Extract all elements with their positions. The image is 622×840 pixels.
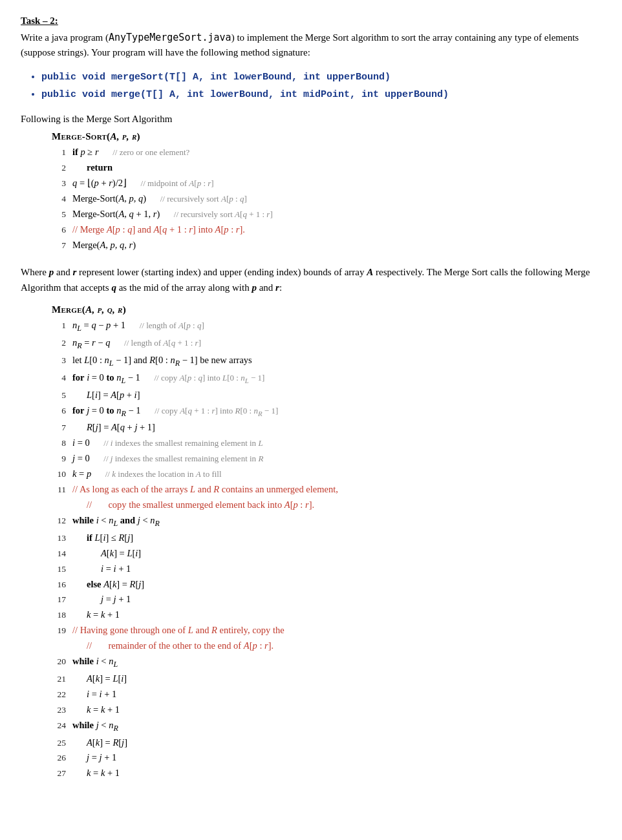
merge-sort-lines: 1 if p ≥ r // zero or one element? 2 ret…: [52, 145, 601, 253]
merge-sort-block: Merge-Sort(A, p, r) 1 if p ≥ r // zero o…: [52, 131, 601, 253]
where-text: Where p and r represent lower (starting …: [21, 264, 601, 295]
merge-block: Merge(A, p, q, r) 1 nL = q − p + 1 // le…: [52, 304, 601, 781]
merge-lines: 1 nL = q − p + 1 // length of A[p : q] 2…: [52, 318, 601, 781]
method-1: public void mergeSort(T[] A, int lowerBo…: [41, 68, 601, 86]
method-2: public void merge(T[] A, int lowerBound,…: [41, 86, 601, 103]
merge-sort-title: Merge-Sort(A, p, r): [52, 131, 601, 142]
method-list: public void mergeSort(T[] A, int lowerBo…: [41, 68, 601, 103]
merge-title: Merge(A, p, q, r): [52, 304, 601, 315]
task-title: Task – 2:: [21, 16, 601, 26]
intro-text: Write a java program (AnyTypeMergeSort.j…: [21, 30, 601, 59]
following-text: Following is the Merge Sort Algorithm: [21, 114, 601, 125]
